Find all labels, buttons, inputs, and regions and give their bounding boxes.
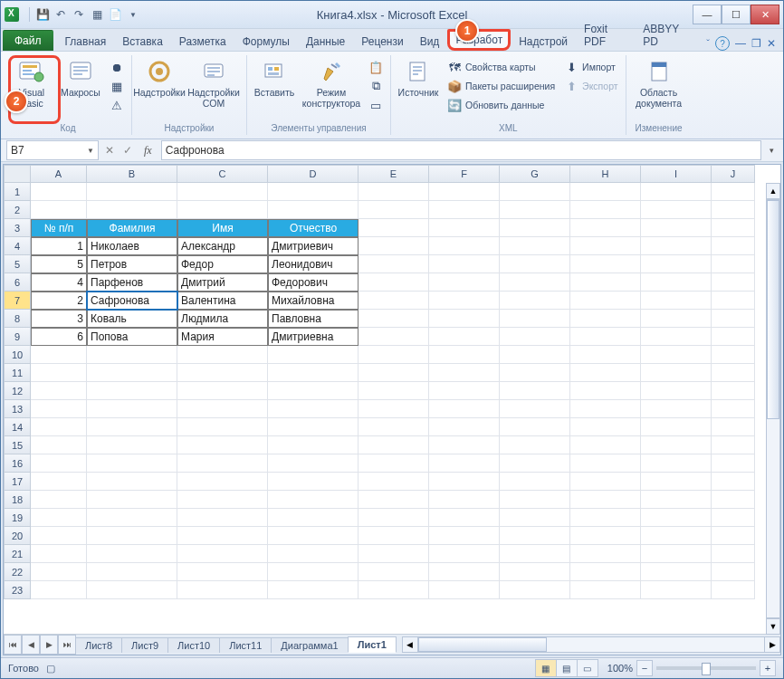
cell[interactable]: Леонидович [268, 255, 359, 273]
cell[interactable]: 1 [31, 237, 87, 255]
row-header[interactable]: 5 [4, 255, 31, 273]
control-properties-button[interactable]: 📋 [367, 59, 385, 75]
cell[interactable] [570, 436, 641, 454]
tab-home[interactable]: Главная [57, 32, 115, 51]
cell[interactable] [570, 328, 641, 346]
xml-export-button[interactable]: ⬆Экспорт [562, 78, 619, 94]
cell[interactable] [87, 183, 177, 201]
row-header[interactable]: 11 [4, 364, 31, 382]
cell[interactable] [177, 400, 268, 418]
vscroll-track[interactable] [766, 199, 780, 618]
cell[interactable]: Людмила [177, 310, 268, 328]
hscroll-track[interactable] [417, 636, 765, 653]
col-header[interactable]: J [712, 165, 755, 183]
cell[interactable] [268, 183, 359, 201]
cell[interactable] [500, 328, 570, 346]
tab-file[interactable]: Файл [3, 30, 53, 51]
cell[interactable] [359, 364, 429, 382]
cell[interactable] [570, 454, 641, 473]
cell[interactable] [429, 382, 500, 400]
cell[interactable] [87, 346, 177, 364]
select-all-button[interactable] [4, 165, 31, 183]
sheet-tab-active[interactable]: Лист1 [348, 636, 397, 653]
cell[interactable] [359, 219, 429, 237]
cell[interactable] [268, 509, 359, 527]
addins-button[interactable]: Надстройки [138, 57, 181, 99]
cell[interactable] [641, 436, 712, 454]
cell[interactable] [712, 255, 755, 273]
cell[interactable] [359, 292, 429, 310]
cell[interactable] [712, 219, 755, 237]
cell[interactable]: Парфенов [87, 273, 177, 292]
cell[interactable] [641, 273, 712, 292]
cell[interactable] [177, 418, 268, 436]
tab-layout[interactable]: Разметка [171, 32, 234, 51]
cell[interactable] [31, 581, 87, 599]
xml-expansion-button[interactable]: 📦Пакеты расширения [445, 78, 557, 94]
cell[interactable] [268, 545, 359, 563]
cell[interactable] [268, 418, 359, 436]
cell[interactable] [359, 310, 429, 328]
cell[interactable] [712, 346, 755, 364]
cell[interactable] [359, 400, 429, 418]
col-header[interactable]: C [177, 165, 268, 183]
cell[interactable]: 4 [31, 273, 87, 292]
cell[interactable] [31, 382, 87, 400]
cell[interactable] [641, 527, 712, 545]
cell[interactable] [570, 509, 641, 527]
cell[interactable] [87, 382, 177, 400]
cell[interactable] [429, 273, 500, 292]
cancel-icon[interactable]: ✕ [102, 144, 117, 157]
cell[interactable]: 3 [31, 310, 87, 328]
cell[interactable] [177, 473, 268, 491]
cell[interactable] [31, 201, 87, 219]
cell[interactable] [570, 255, 641, 273]
sheet-tab[interactable]: Лист9 [121, 637, 168, 653]
namebox-dropdown-icon[interactable]: ▼ [87, 147, 94, 155]
cell[interactable] [87, 545, 177, 563]
cell[interactable]: Михайловна [268, 292, 359, 310]
col-header[interactable]: F [429, 165, 500, 183]
cell[interactable] [500, 581, 570, 599]
cell[interactable] [570, 292, 641, 310]
cell[interactable] [641, 292, 712, 310]
cell[interactable] [429, 509, 500, 527]
row-header[interactable]: 21 [4, 545, 31, 563]
cell[interactable] [31, 527, 87, 545]
cell[interactable]: № п/п [31, 219, 87, 237]
qat-extra-icon[interactable]: ▦ [89, 6, 105, 23]
row-header[interactable]: 17 [4, 473, 31, 491]
cell[interactable] [268, 436, 359, 454]
cell[interactable] [31, 545, 87, 563]
col-header[interactable]: H [570, 165, 641, 183]
cell[interactable] [177, 454, 268, 473]
zoom-in-button[interactable]: + [760, 660, 776, 676]
horizontal-scrollbar[interactable]: ◀ ▶ [402, 636, 780, 653]
cell[interactable] [429, 436, 500, 454]
cell[interactable] [429, 201, 500, 219]
cell[interactable] [268, 201, 359, 219]
view-code-button[interactable]: ⧉ [367, 78, 385, 94]
cell[interactable] [429, 581, 500, 599]
cell[interactable] [177, 364, 268, 382]
cell[interactable] [500, 273, 570, 292]
close-button[interactable]: ✕ [751, 5, 779, 24]
cell[interactable] [712, 310, 755, 328]
cell[interactable] [500, 201, 570, 219]
qat-extra2-icon[interactable]: 📄 [107, 6, 123, 23]
cell[interactable] [359, 436, 429, 454]
cell[interactable] [429, 418, 500, 436]
cell[interactable] [87, 364, 177, 382]
row-header[interactable]: 14 [4, 418, 31, 436]
macro-record-icon[interactable]: ▢ [46, 663, 55, 674]
row-header[interactable]: 8 [4, 310, 31, 328]
cell[interactable] [429, 527, 500, 545]
cell[interactable] [87, 454, 177, 473]
cell[interactable] [31, 346, 87, 364]
row-header[interactable]: 3 [4, 219, 31, 237]
cell[interactable]: Николаев [87, 237, 177, 255]
cell[interactable] [570, 382, 641, 400]
row-header[interactable]: 9 [4, 328, 31, 346]
cell[interactable]: Валентина [177, 292, 268, 310]
cell[interactable] [641, 346, 712, 364]
